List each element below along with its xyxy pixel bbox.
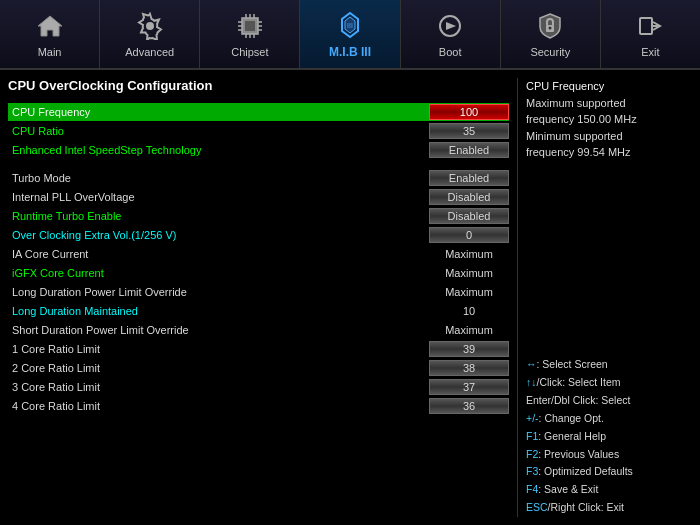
setting-value-core1: 39: [429, 341, 509, 357]
svg-rect-20: [640, 18, 652, 34]
setting-label-cpu-ratio: CPU Ratio: [8, 124, 429, 138]
setting-label-pll: Internal PLL OverVoltage: [8, 190, 429, 204]
setting-label-core4: 4 Core Ratio Limit: [8, 399, 429, 413]
cpu-info-title: CPU Frequency: [526, 80, 604, 92]
main-content: CPU OverClocking Configuration CPU Frequ…: [0, 70, 700, 525]
help-f4: F4: Save & Exit: [526, 481, 692, 499]
spacer-row-1: [8, 160, 509, 168]
exit-icon: [634, 10, 666, 42]
nav-item-chipset[interactable]: Chipset: [200, 0, 300, 68]
setting-value-turbo: Enabled: [429, 170, 509, 186]
security-icon: [534, 10, 566, 42]
nav-label-advanced: Advanced: [125, 46, 174, 58]
nav-label-security: Security: [530, 46, 570, 58]
nav-item-boot[interactable]: Boot: [401, 0, 501, 68]
setting-value-igfx-core: Maximum: [429, 266, 509, 280]
nav-label-chipset: Chipset: [231, 46, 268, 58]
setting-row-core3[interactable]: 3 Core Ratio Limit 37: [8, 378, 509, 396]
cpu-info-text: CPU Frequency Maximum supported frequenc…: [526, 78, 692, 161]
setting-value-runtime-turbo: Disabled: [429, 208, 509, 224]
setting-label-core1: 1 Core Ratio Limit: [8, 342, 429, 356]
help-f2: F2: Previous Values: [526, 446, 692, 464]
nav-item-mib3[interactable]: III M.I.B III: [300, 0, 400, 68]
setting-row-oc-vol[interactable]: Over Clocking Extra Vol.(1/256 V) 0: [8, 226, 509, 244]
nav-bar: Main Advanced: [0, 0, 700, 70]
setting-value-speedstep: Enabled: [429, 142, 509, 158]
setting-value-oc-vol: 0: [429, 227, 509, 243]
svg-text:III: III: [347, 22, 353, 29]
setting-row-sdpl[interactable]: Short Duration Power Limit Override Maxi…: [8, 321, 509, 339]
setting-row-ldm[interactable]: Long Duration Maintained 10: [8, 302, 509, 320]
mib-icon: III: [334, 9, 366, 41]
setting-row-core4[interactable]: 4 Core Ratio Limit 36: [8, 397, 509, 415]
setting-row-ia-core[interactable]: IA Core Current Maximum: [8, 245, 509, 263]
setting-value-core4: 36: [429, 398, 509, 414]
help-f1: F1: General Help: [526, 428, 692, 446]
setting-label-speedstep: Enhanced Intel SpeedStep Technology: [8, 143, 429, 157]
setting-value-sdpl: Maximum: [429, 323, 509, 337]
setting-value-ldm: 10: [429, 304, 509, 318]
setting-label-cpu-freq: CPU Frequency: [8, 105, 429, 119]
help-enter: Enter/Dbl Click: Select: [526, 392, 692, 410]
setting-value-ldpl: Maximum: [429, 285, 509, 299]
setting-row-runtime-turbo[interactable]: Runtime Turbo Enable Disabled: [8, 207, 509, 225]
setting-value-ia-core: Maximum: [429, 247, 509, 261]
nav-item-advanced[interactable]: Advanced: [100, 0, 200, 68]
nav-label-main: Main: [38, 46, 62, 58]
help-f3: F3: Optimized Defaults: [526, 463, 692, 481]
nav-item-security[interactable]: Security: [501, 0, 601, 68]
svg-rect-3: [245, 21, 255, 31]
nav-item-exit[interactable]: Exit: [601, 0, 700, 68]
setting-label-runtime-turbo: Runtime Turbo Enable: [8, 209, 429, 223]
setting-value-core2: 38: [429, 360, 509, 376]
setting-value-core3: 37: [429, 379, 509, 395]
setting-label-oc-vol: Over Clocking Extra Vol.(1/256 V): [8, 228, 429, 242]
nav-label-exit: Exit: [641, 46, 659, 58]
setting-row-speedstep[interactable]: Enhanced Intel SpeedStep Technology Enab…: [8, 141, 509, 159]
setting-value-cpu-ratio: 35: [429, 123, 509, 139]
section-title: CPU OverClocking Configuration: [8, 78, 509, 93]
house-icon: [34, 10, 66, 42]
setting-row-turbo[interactable]: Turbo Mode Enabled: [8, 169, 509, 187]
svg-marker-0: [38, 16, 62, 36]
svg-point-1: [146, 22, 154, 30]
left-panel: CPU OverClocking Configuration CPU Frequ…: [8, 78, 509, 517]
setting-row-pll[interactable]: Internal PLL OverVoltage Disabled: [8, 188, 509, 206]
gear-icon: [134, 10, 166, 42]
setting-row-cpu-ratio[interactable]: CPU Ratio 35: [8, 122, 509, 140]
help-select-item: ↑↓/Click: Select Item: [526, 374, 692, 392]
chipset-icon: [234, 10, 266, 42]
help-text: ↔: Select Screen ↑↓/Click: Select Item E…: [526, 356, 692, 517]
help-section: ↔: Select Screen ↑↓/Click: Select Item E…: [526, 356, 692, 517]
help-select-screen: ↔: Select Screen: [526, 356, 692, 374]
setting-value-cpu-freq: 100: [429, 104, 509, 120]
svg-point-19: [549, 27, 552, 30]
nav-item-main[interactable]: Main: [0, 0, 100, 68]
setting-label-igfx-core: iGFX Core Current: [8, 266, 429, 280]
setting-label-ldpl: Long Duration Power Limit Override: [8, 285, 429, 299]
setting-value-pll: Disabled: [429, 189, 509, 205]
setting-label-ldm: Long Duration Maintained: [8, 304, 429, 318]
nav-label-boot: Boot: [439, 46, 462, 58]
boot-icon: [434, 10, 466, 42]
nav-label-mib3: M.I.B III: [329, 45, 371, 59]
help-esc: ESC/Right Click: Exit: [526, 499, 692, 517]
setting-label-sdpl: Short Duration Power Limit Override: [8, 323, 429, 337]
setting-row-cpu-freq[interactable]: CPU Frequency 100: [8, 103, 509, 121]
setting-label-ia-core: IA Core Current: [8, 247, 429, 261]
right-panel: CPU Frequency Maximum supported frequenc…: [517, 78, 692, 517]
setting-label-core2: 2 Core Ratio Limit: [8, 361, 429, 375]
setting-row-core1[interactable]: 1 Core Ratio Limit 39: [8, 340, 509, 358]
settings-list: CPU Frequency 100 CPU Ratio 35 Enhanced …: [8, 103, 509, 415]
setting-row-core2[interactable]: 2 Core Ratio Limit 38: [8, 359, 509, 377]
setting-label-core3: 3 Core Ratio Limit: [8, 380, 429, 394]
setting-label-turbo: Turbo Mode: [8, 171, 429, 185]
setting-row-ldpl[interactable]: Long Duration Power Limit Override Maxim…: [8, 283, 509, 301]
setting-row-igfx-core[interactable]: iGFX Core Current Maximum: [8, 264, 509, 282]
help-change-opt: +/-: Change Opt.: [526, 410, 692, 428]
